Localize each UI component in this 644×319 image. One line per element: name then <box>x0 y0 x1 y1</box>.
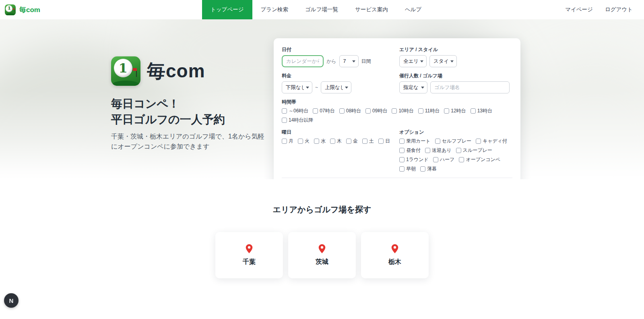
options-label: オプション <box>399 129 512 136</box>
header: 1 毎com トップページ プラン検索 ゴルフ場一覧 サービス案内 ヘルプ マイ… <box>0 0 644 19</box>
tab-course-list[interactable]: ゴルフ場一覧 <box>297 0 347 19</box>
course-name-input[interactable] <box>430 81 510 93</box>
option-checkbox[interactable]: 送迎あり <box>425 147 452 154</box>
time-field-group: 時間帯 ～06時台 07時台 08時台 09時台 10時台 11時台 12時台 … <box>282 99 512 124</box>
map-pin-icon <box>246 244 253 253</box>
time-checkbox[interactable]: 13時台 <box>471 108 492 114</box>
weekday-checkbox-group: 月 火 水 木 金 土 日 <box>282 138 399 145</box>
date-field-group: 日付 から 7 日間 <box>282 46 399 67</box>
tab-service-info[interactable]: サービス案内 <box>347 0 396 19</box>
map-pin-icon <box>391 244 398 253</box>
area-style-label: エリア / スタイル <box>399 46 512 53</box>
area-style-field-group: エリア / スタイル 全エリア スタイル <box>399 46 512 67</box>
area-card-ibaraki[interactable]: 茨城 <box>288 232 356 278</box>
hero-brand-name: 毎com <box>147 59 205 84</box>
people-course-label: 催行人数 / ゴルフ場 <box>399 72 512 79</box>
time-checkbox[interactable]: ～06時台 <box>282 108 308 114</box>
hero-section: 1 毎com 毎日コンペ！ 平日ゴルフの一人予約 千葉・茨城・栃木エリアのゴルフ… <box>0 19 644 179</box>
header-right: マイページ ログアウト <box>565 6 644 13</box>
price-tilde: ~ <box>315 85 318 90</box>
floating-n-button[interactable]: N <box>4 293 19 308</box>
weekday-field-group: 曜日 月 火 水 木 金 土 日 <box>282 129 399 172</box>
brand-logo[interactable]: 1 毎com <box>5 4 40 15</box>
area-card-chiba[interactable]: 千葉 <box>215 232 283 278</box>
time-checkbox[interactable]: 12時台 <box>444 108 466 114</box>
price-min-select-wrap: 下限なし <box>282 81 312 93</box>
weekday-checkbox[interactable]: 土 <box>362 138 374 145</box>
main-nav: トップページ プラン検索 ゴルフ場一覧 サービス案内 ヘルプ <box>202 0 430 19</box>
area-card-label: 茨城 <box>316 258 328 266</box>
option-checkbox[interactable]: ハーフ <box>433 156 455 163</box>
time-checkbox[interactable]: 14時台以降 <box>282 117 313 124</box>
price-label: 料金 <box>282 72 399 79</box>
area-cards: 千葉 茨城 栃木 <box>0 232 644 278</box>
style-select[interactable]: スタイル <box>429 55 457 67</box>
weekday-checkbox[interactable]: 水 <box>314 138 326 145</box>
options-checkbox-group: 乗用カート セルフプレー キャディ付 昼食付 送迎あり スループレー 1ラウンド… <box>399 138 509 172</box>
price-max-select-wrap: 上限なし <box>321 81 351 93</box>
time-checkbox[interactable]: 07時台 <box>313 108 334 114</box>
hero-subtitle: 千葉・茨城・栃木エリアのゴルフ場で、1名から気軽にオープンコンペに参加できます <box>111 132 265 152</box>
weekday-checkbox[interactable]: 月 <box>282 138 293 145</box>
option-checkbox[interactable]: オープンコンペ <box>459 156 500 163</box>
brand-logo-icon: 1 <box>5 4 16 15</box>
area-card-label: 千葉 <box>243 258 256 266</box>
hero-content: 1 毎com 毎日コンペ！ 平日ゴルフの一人予約 千葉・茨城・栃木エリアのゴルフ… <box>111 56 265 152</box>
style-select-wrap: スタイル <box>429 55 457 67</box>
time-label: 時間帯 <box>282 99 512 106</box>
option-checkbox[interactable]: 1ラウンド <box>399 156 429 163</box>
areas-section-title: エリアからゴルフ場を探す <box>0 204 644 215</box>
date-label: 日付 <box>282 46 399 53</box>
weekday-checkbox[interactable]: 日 <box>378 138 390 145</box>
time-checkbox[interactable]: 11時台 <box>418 108 440 114</box>
time-checkbox-group: ～06時台 07時台 08時台 09時台 10時台 11時台 12時台 13時台… <box>282 108 512 124</box>
area-select[interactable]: 全エリア <box>399 55 427 67</box>
option-checkbox[interactable]: 乗用カート <box>399 138 431 145</box>
from-text: から <box>326 58 336 65</box>
time-checkbox[interactable]: 08時台 <box>339 108 361 114</box>
area-select-wrap: 全エリア <box>399 55 427 67</box>
days-select[interactable]: 7 <box>339 55 359 67</box>
option-checkbox[interactable]: 昼食付 <box>399 147 421 154</box>
people-select-wrap: 指定なし <box>399 81 427 93</box>
hero-logo-icon: 1 <box>111 56 140 86</box>
weekday-checkbox[interactable]: 木 <box>330 138 342 145</box>
logout-link[interactable]: ログアウト <box>605 6 633 13</box>
tab-help[interactable]: ヘルプ <box>396 0 430 19</box>
days-suffix: 日間 <box>361 58 371 65</box>
price-min-select[interactable]: 下限なし <box>282 81 312 93</box>
people-course-field-group: 催行人数 / ゴルフ場 指定なし <box>399 72 512 93</box>
option-checkbox[interactable]: セルフプレー <box>435 138 471 145</box>
areas-section: エリアからゴルフ場を探す 千葉 茨城 栃木 <box>0 204 644 278</box>
weekday-checkbox[interactable]: 金 <box>346 138 358 145</box>
map-pin-icon <box>318 244 326 253</box>
price-max-select[interactable]: 上限なし <box>321 81 351 93</box>
option-checkbox[interactable]: 早朝 <box>399 166 416 172</box>
area-card-label: 栃木 <box>388 258 401 266</box>
options-field-group: オプション 乗用カート セルフプレー キャディ付 昼食付 送迎あり スループレー… <box>399 129 512 172</box>
mypage-link[interactable]: マイページ <box>565 6 593 13</box>
area-card-tochigi[interactable]: 栃木 <box>361 232 429 278</box>
brand-logo-text: 毎com <box>19 5 40 14</box>
search-form-card: 日付 から 7 日間 エリア / スタイル <box>274 38 520 179</box>
date-input[interactable] <box>282 55 324 67</box>
people-select[interactable]: 指定なし <box>399 81 427 93</box>
option-checkbox[interactable]: キャディ付 <box>476 138 507 145</box>
weekday-checkbox[interactable]: 火 <box>298 138 310 145</box>
tab-plan-search[interactable]: プラン検索 <box>252 0 297 19</box>
option-checkbox[interactable]: 薄暮 <box>420 166 437 172</box>
search-card-footer: ☀ あしたのゴルフ 満員除外 エントリーあり 検索 <box>282 178 512 179</box>
price-field-group: 料金 下限なし ~ 上限なし <box>282 72 399 93</box>
hero-title: 毎日コンペ！ 平日ゴルフの一人予約 <box>111 96 265 127</box>
days-select-wrap: 7 <box>339 55 359 67</box>
time-checkbox[interactable]: 09時台 <box>365 108 387 114</box>
time-checkbox[interactable]: 10時台 <box>392 108 413 114</box>
option-checkbox[interactable]: スループレー <box>456 147 492 154</box>
tab-top-page[interactable]: トップページ <box>202 0 252 19</box>
weekday-label: 曜日 <box>282 129 399 136</box>
